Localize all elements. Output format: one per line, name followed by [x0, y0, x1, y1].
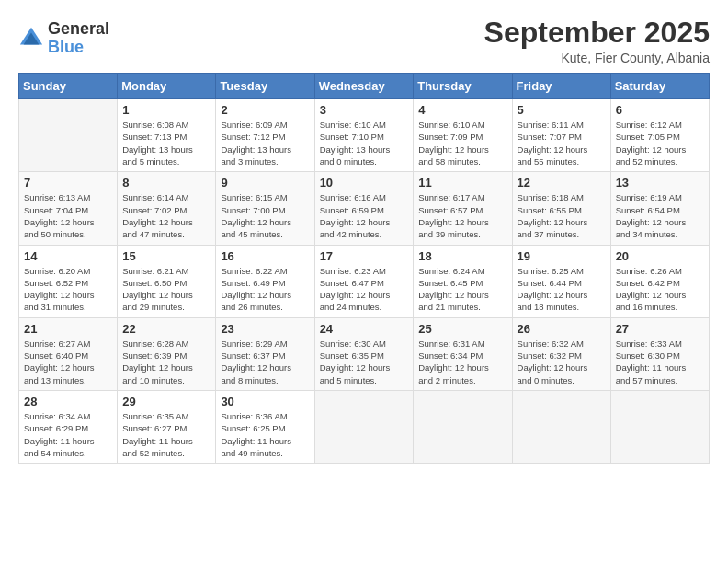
day-info: Sunrise: 6:10 AMSunset: 7:09 PMDaylight:… — [418, 119, 506, 167]
day-number: 29 — [122, 395, 210, 408]
header-wednesday: Wednesday — [314, 74, 414, 99]
day-number: 3 — [320, 103, 409, 117]
table-row: 20Sunrise: 6:26 AMSunset: 6:42 PMDayligh… — [610, 245, 709, 317]
table-row: 5Sunrise: 6:11 AMSunset: 7:07 PMDaylight… — [512, 99, 610, 172]
day-info: Sunrise: 6:12 AMSunset: 7:05 PMDaylight:… — [616, 119, 704, 167]
logo-general-text: General — [48, 20, 109, 39]
day-info: Sunrise: 6:23 AMSunset: 6:47 PMDaylight:… — [320, 265, 409, 314]
day-number: 7 — [24, 176, 112, 190]
day-info: Sunrise: 6:18 AMSunset: 6:55 PMDaylight:… — [518, 191, 606, 240]
table-row — [512, 390, 610, 463]
day-number: 10 — [320, 176, 409, 190]
table-row: 3Sunrise: 6:10 AMSunset: 7:10 PMDaylight… — [314, 99, 414, 172]
header-friday: Friday — [512, 74, 610, 99]
day-number: 14 — [24, 249, 112, 263]
day-info: Sunrise: 6:16 AMSunset: 6:59 PMDaylight:… — [320, 191, 409, 240]
day-info: Sunrise: 6:28 AMSunset: 6:39 PMDaylight:… — [122, 338, 210, 386]
day-info: Sunrise: 6:26 AMSunset: 6:42 PMDaylight:… — [616, 265, 704, 314]
day-info: Sunrise: 6:36 AMSunset: 6:25 PMDaylight:… — [221, 410, 309, 459]
calendar-week-row: 7Sunrise: 6:13 AMSunset: 7:04 PMDaylight… — [19, 172, 710, 245]
day-number: 18 — [418, 249, 506, 263]
day-number: 8 — [122, 176, 210, 190]
day-info: Sunrise: 6:11 AMSunset: 7:07 PMDaylight:… — [518, 119, 606, 167]
day-info: Sunrise: 6:34 AMSunset: 6:29 PMDaylight:… — [24, 410, 112, 459]
day-number: 20 — [616, 249, 704, 263]
day-number: 21 — [24, 322, 112, 336]
day-number: 11 — [418, 176, 506, 190]
day-number: 22 — [122, 322, 210, 336]
table-row: 17Sunrise: 6:23 AMSunset: 6:47 PMDayligh… — [314, 245, 414, 317]
table-row — [19, 99, 118, 172]
logo: General Blue — [18, 20, 109, 57]
table-row: 24Sunrise: 6:30 AMSunset: 6:35 PMDayligh… — [314, 317, 414, 390]
day-number: 24 — [320, 322, 409, 336]
table-row: 9Sunrise: 6:15 AMSunset: 7:00 PMDaylight… — [216, 172, 314, 245]
day-info: Sunrise: 6:27 AMSunset: 6:40 PMDaylight:… — [24, 338, 112, 386]
day-info: Sunrise: 6:30 AMSunset: 6:35 PMDaylight:… — [320, 338, 409, 386]
day-number: 4 — [418, 103, 506, 117]
header-sunday: Sunday — [19, 74, 118, 99]
table-row: 2Sunrise: 6:09 AMSunset: 7:12 PMDaylight… — [216, 99, 314, 172]
day-info: Sunrise: 6:19 AMSunset: 6:54 PMDaylight:… — [616, 191, 704, 240]
day-number: 19 — [518, 249, 606, 263]
table-row: 22Sunrise: 6:28 AMSunset: 6:39 PMDayligh… — [118, 317, 216, 390]
day-info: Sunrise: 6:08 AMSunset: 7:13 PMDaylight:… — [122, 119, 210, 167]
header-tuesday: Tuesday — [216, 74, 314, 99]
header-thursday: Thursday — [414, 74, 512, 99]
table-row: 13Sunrise: 6:19 AMSunset: 6:54 PMDayligh… — [610, 172, 709, 245]
day-info: Sunrise: 6:10 AMSunset: 7:10 PMDaylight:… — [320, 119, 409, 167]
day-info: Sunrise: 6:20 AMSunset: 6:52 PMDaylight:… — [24, 265, 112, 314]
header-monday: Monday — [118, 74, 216, 99]
table-row: 21Sunrise: 6:27 AMSunset: 6:40 PMDayligh… — [19, 317, 118, 390]
day-number: 17 — [320, 249, 409, 263]
day-number: 25 — [418, 322, 506, 336]
table-row: 4Sunrise: 6:10 AMSunset: 7:09 PMDaylight… — [414, 99, 512, 172]
day-info: Sunrise: 6:31 AMSunset: 6:34 PMDaylight:… — [418, 338, 506, 386]
table-row: 30Sunrise: 6:36 AMSunset: 6:25 PMDayligh… — [216, 390, 314, 463]
table-row — [314, 390, 414, 463]
table-row: 29Sunrise: 6:35 AMSunset: 6:27 PMDayligh… — [118, 390, 216, 463]
table-row: 11Sunrise: 6:17 AMSunset: 6:57 PMDayligh… — [414, 172, 512, 245]
table-row: 26Sunrise: 6:32 AMSunset: 6:32 PMDayligh… — [512, 317, 610, 390]
calendar-subtitle: Kute, Fier County, Albania — [484, 51, 710, 65]
day-info: Sunrise: 6:09 AMSunset: 7:12 PMDaylight:… — [221, 119, 309, 167]
page-header: General Blue September 2025 Kute, Fier C… — [18, 17, 710, 65]
table-row: 19Sunrise: 6:25 AMSunset: 6:44 PMDayligh… — [512, 245, 610, 317]
day-number: 9 — [221, 176, 309, 190]
day-number: 27 — [616, 322, 704, 336]
calendar-week-row: 14Sunrise: 6:20 AMSunset: 6:52 PMDayligh… — [19, 245, 710, 317]
table-row: 16Sunrise: 6:22 AMSunset: 6:49 PMDayligh… — [216, 245, 314, 317]
logo-icon — [18, 26, 44, 52]
day-info: Sunrise: 6:13 AMSunset: 7:04 PMDaylight:… — [24, 191, 112, 240]
table-row: 27Sunrise: 6:33 AMSunset: 6:30 PMDayligh… — [610, 317, 709, 390]
day-info: Sunrise: 6:35 AMSunset: 6:27 PMDaylight:… — [122, 410, 210, 459]
day-info: Sunrise: 6:17 AMSunset: 6:57 PMDaylight:… — [418, 191, 506, 240]
day-info: Sunrise: 6:21 AMSunset: 6:50 PMDaylight:… — [122, 265, 210, 314]
day-number: 16 — [221, 249, 309, 263]
calendar-week-row: 1Sunrise: 6:08 AMSunset: 7:13 PMDaylight… — [19, 99, 710, 172]
table-row: 15Sunrise: 6:21 AMSunset: 6:50 PMDayligh… — [118, 245, 216, 317]
day-info: Sunrise: 6:24 AMSunset: 6:45 PMDaylight:… — [418, 265, 506, 314]
title-section: September 2025 Kute, Fier County, Albani… — [484, 17, 710, 65]
table-row: 10Sunrise: 6:16 AMSunset: 6:59 PMDayligh… — [314, 172, 414, 245]
table-row: 6Sunrise: 6:12 AMSunset: 7:05 PMDaylight… — [610, 99, 709, 172]
day-number: 23 — [221, 322, 309, 336]
table-row: 23Sunrise: 6:29 AMSunset: 6:37 PMDayligh… — [216, 317, 314, 390]
day-info: Sunrise: 6:29 AMSunset: 6:37 PMDaylight:… — [221, 338, 309, 386]
table-row — [610, 390, 709, 463]
table-row: 25Sunrise: 6:31 AMSunset: 6:34 PMDayligh… — [414, 317, 512, 390]
table-row: 1Sunrise: 6:08 AMSunset: 7:13 PMDaylight… — [118, 99, 216, 172]
table-row — [414, 390, 512, 463]
table-row: 8Sunrise: 6:14 AMSunset: 7:02 PMDaylight… — [118, 172, 216, 245]
day-number: 30 — [221, 395, 309, 408]
day-number: 1 — [122, 103, 210, 117]
day-number: 2 — [221, 103, 309, 117]
table-row: 7Sunrise: 6:13 AMSunset: 7:04 PMDaylight… — [19, 172, 118, 245]
day-number: 13 — [616, 176, 704, 190]
calendar-week-row: 28Sunrise: 6:34 AMSunset: 6:29 PMDayligh… — [19, 390, 710, 463]
day-info: Sunrise: 6:25 AMSunset: 6:44 PMDaylight:… — [518, 265, 606, 314]
calendar-title: September 2025 — [484, 17, 710, 49]
day-number: 5 — [518, 103, 606, 117]
day-number: 28 — [24, 395, 112, 408]
calendar-table: Sunday Monday Tuesday Wednesday Thursday… — [18, 73, 710, 464]
